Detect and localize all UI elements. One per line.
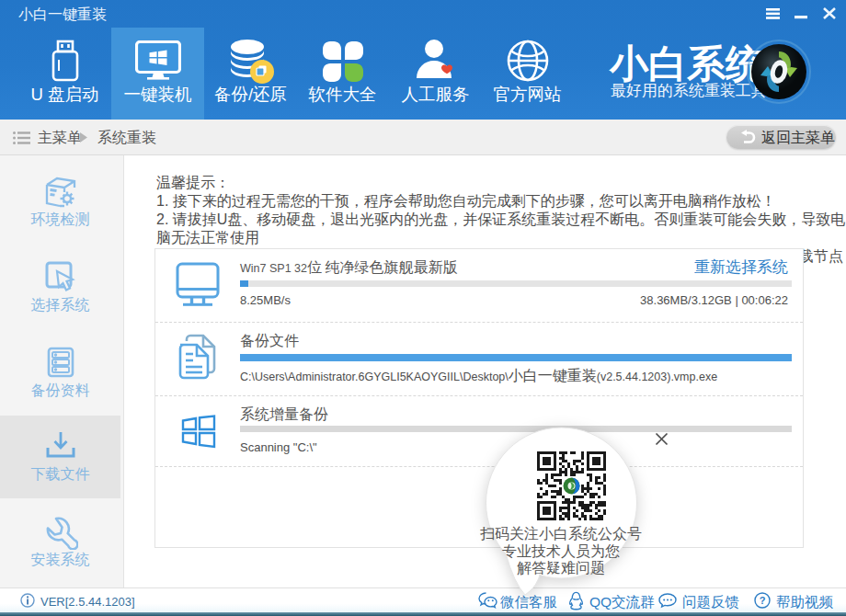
svg-text:?: ?	[760, 595, 766, 606]
